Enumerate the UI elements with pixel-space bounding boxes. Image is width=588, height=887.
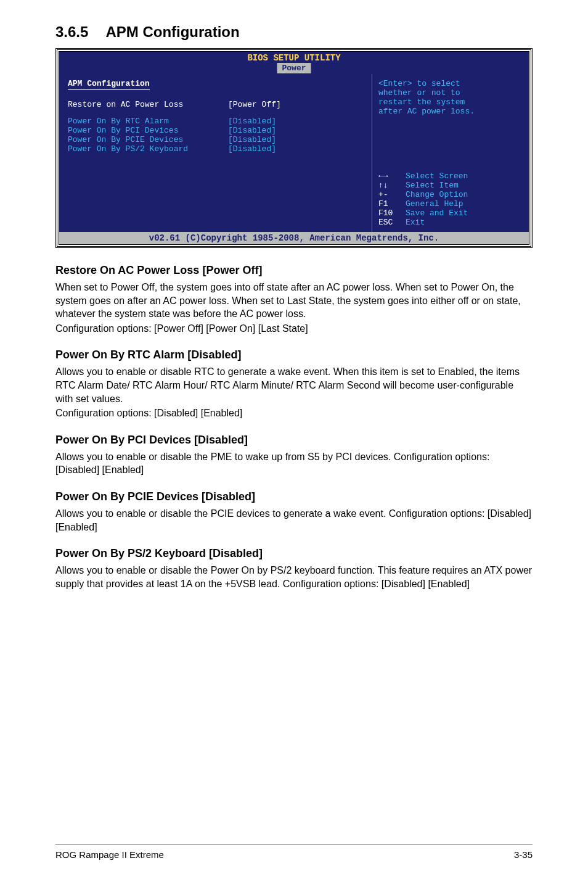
nav-key: F1 <box>378 199 406 208</box>
section-number: 3.6.5 <box>55 23 88 40</box>
bios-nav-row: F10Save and Exit <box>378 208 523 218</box>
bios-item-label: Power On By PCIE Devices <box>68 135 228 144</box>
subheading-pci: Power On By PCI Devices [Disabled] <box>55 434 533 447</box>
paragraph: Allows you to enable or disable RTC to g… <box>55 365 533 405</box>
bios-item-label: Power On By PS/2 Keyboard <box>68 144 228 154</box>
section-title-text: APM Configuration <box>105 23 239 40</box>
bios-nav-row: +-Change Option <box>378 190 523 199</box>
bios-item-label: Power On By RTC Alarm <box>68 117 228 126</box>
paragraph: When set to Power Off, the system goes i… <box>55 281 533 321</box>
bios-title: BIOS SETUP UTILITY <box>247 53 340 63</box>
paragraph: Allows you to enable or disable the PCIE… <box>55 507 533 534</box>
bios-help-line: restart the system <box>378 97 523 107</box>
bios-nav-row: ESCExit <box>378 218 523 227</box>
bios-nav-block: ←→Select Screen ↑↓Select Item +-Change O… <box>378 171 523 227</box>
footer-right: 3-35 <box>514 849 533 860</box>
bios-item-value: [Disabled] <box>228 117 276 126</box>
bios-item-label: Restore on AC Power Loss <box>68 100 228 109</box>
bios-footer: v02.61 (C)Copyright 1985-2008, American … <box>59 232 529 244</box>
bios-item-value: [Disabled] <box>228 126 276 135</box>
nav-key: +- <box>378 190 406 199</box>
bios-item-value: [Power Off] <box>228 100 281 109</box>
bios-inner: BIOS SETUP UTILITY Power APM Configurati… <box>59 51 529 245</box>
paragraph: Allows you to enable or disable the Powe… <box>55 564 533 590</box>
nav-key: ←→ <box>378 171 406 181</box>
bios-item-label: Power On By PCI Devices <box>68 126 228 135</box>
bios-item-pcie: Power On By PCIE Devices [Disabled] <box>68 135 363 144</box>
subheading-pcie: Power On By PCIE Devices [Disabled] <box>55 490 533 503</box>
bios-help-line: whether or not to <box>378 88 523 97</box>
paragraph: Allows you to enable or disable the PME … <box>55 450 533 477</box>
nav-text: Exit <box>406 218 425 227</box>
bios-help-line: after AC power loss. <box>378 107 523 116</box>
bios-screenshot: BIOS SETUP UTILITY Power APM Configurati… <box>55 48 533 248</box>
bios-menu-tab: Power <box>277 63 311 73</box>
bios-item-restore-ac: Restore on AC Power Loss [Power Off] <box>68 100 363 109</box>
bios-item-value: [Disabled] <box>228 144 276 154</box>
nav-text: Select Screen <box>406 171 468 181</box>
nav-key: ESC <box>378 218 406 227</box>
subheading-ps2: Power On By PS/2 Keyboard [Disabled] <box>55 547 533 560</box>
nav-text: General Help <box>406 199 463 208</box>
bios-title-bar: BIOS SETUP UTILITY Power <box>59 52 529 74</box>
bios-body: APM Configuration Restore on AC Power Lo… <box>59 74 529 232</box>
paragraph: Configuration options: [Disabled] [Enabl… <box>55 406 533 420</box>
subheading-rtc: Power On By RTC Alarm [Disabled] <box>55 349 533 361</box>
bios-tab-row: Power <box>59 63 529 74</box>
bios-help-line: <Enter> to select <box>378 79 523 88</box>
bios-panel-heading: APM Configuration <box>68 79 150 90</box>
bios-left-panel: APM Configuration Restore on AC Power Lo… <box>59 74 372 232</box>
bios-item-ps2: Power On By PS/2 Keyboard [Disabled] <box>68 144 363 154</box>
bios-nav-row: ↑↓Select Item <box>378 181 523 190</box>
bios-nav-row: ←→Select Screen <box>378 171 523 181</box>
bios-item-value: [Disabled] <box>228 135 276 144</box>
page-footer: ROG Rampage II Extreme 3-35 <box>55 844 533 860</box>
nav-text: Change Option <box>406 190 468 199</box>
nav-key: ↑↓ <box>378 181 406 190</box>
bios-nav-row: F1General Help <box>378 199 523 208</box>
bios-item-rtc: Power On By RTC Alarm [Disabled] <box>68 117 363 126</box>
nav-text: Select Item <box>406 181 459 190</box>
nav-text: Save and Exit <box>406 208 468 218</box>
bios-item-pci: Power On By PCI Devices [Disabled] <box>68 126 363 135</box>
section-heading: 3.6.5APM Configuration <box>55 23 533 41</box>
bios-help-panel: <Enter> to select whether or not to rest… <box>372 74 529 232</box>
footer-left: ROG Rampage II Extreme <box>55 849 164 860</box>
subheading-restore-ac: Restore On AC Power Loss [Power Off] <box>55 264 533 277</box>
nav-key: F10 <box>378 208 406 218</box>
paragraph: Configuration options: [Power Off] [Powe… <box>55 322 533 336</box>
